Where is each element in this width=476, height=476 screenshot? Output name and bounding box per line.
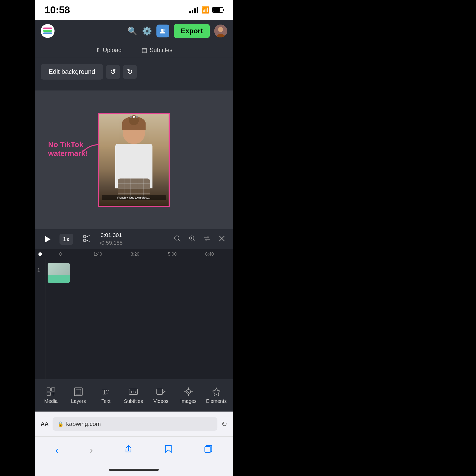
canvas-container: No TikTok watermark! xyxy=(35,90,233,229)
svg-point-3 xyxy=(161,29,164,31)
phone-container: 10:58 📶 🔍 ⚙️ xyxy=(35,0,233,476)
redo-icon: ↻ xyxy=(127,68,133,76)
subtitles-label: Subtitles xyxy=(124,398,143,404)
undo-icon: ↺ xyxy=(110,68,116,76)
edit-controls: Edit background ↺ ↻ xyxy=(41,64,227,80)
svg-line-28 xyxy=(193,239,195,241)
total-time: /0:59.185 xyxy=(100,239,123,247)
redo-button[interactable]: ↻ xyxy=(123,65,137,79)
svg-marker-43 xyxy=(163,390,165,393)
wifi-icon: 📶 xyxy=(201,6,209,14)
upload-label: Upload xyxy=(103,47,121,54)
elements-icon xyxy=(212,387,221,396)
logo-icon xyxy=(42,26,53,36)
play-button[interactable] xyxy=(41,233,54,246)
timeline-area: 1 xyxy=(35,259,233,379)
cut-button[interactable] xyxy=(79,233,94,246)
header-icons: 🔍 ⚙️ Export xyxy=(128,24,227,38)
ruler-mark-1: 1:40 xyxy=(79,252,116,257)
subtitles-label: Subtitles xyxy=(150,47,173,54)
ruler-mark-3: 5:00 xyxy=(154,252,191,257)
bookmarks-button[interactable] xyxy=(159,442,178,458)
svg-rect-2 xyxy=(43,32,52,34)
svg-point-19 xyxy=(83,239,86,242)
svg-rect-31 xyxy=(47,388,50,391)
layers-label: Layers xyxy=(71,398,86,404)
url-bar[interactable]: 🔒 kapwing.com xyxy=(53,417,217,431)
svg-point-45 xyxy=(188,391,189,392)
upload-button[interactable]: ⬆ Upload xyxy=(95,47,121,54)
signal-bars-icon xyxy=(189,6,198,13)
toolbar-item-images[interactable]: Images xyxy=(178,387,198,404)
playback-bar: 1x 0:01.301 /0:59.185 xyxy=(35,229,233,249)
images-icon xyxy=(184,387,193,396)
back-button[interactable]: ‹ xyxy=(50,442,63,459)
swap-button[interactable] xyxy=(202,233,212,245)
edit-area: Edit background ↺ ↻ xyxy=(35,58,233,90)
video-caption-text: French village town dress... xyxy=(102,195,166,200)
elements-label: Elements xyxy=(206,398,227,404)
track-clip-1[interactable] xyxy=(48,263,70,283)
forward-button[interactable]: › xyxy=(85,442,98,459)
avatar[interactable] xyxy=(214,25,227,37)
status-time: 10:58 xyxy=(45,4,70,16)
aa-text[interactable]: AA xyxy=(41,421,49,427)
app-header: 🔍 ⚙️ Export xyxy=(35,20,233,42)
svg-rect-42 xyxy=(157,389,163,394)
battery-icon xyxy=(212,7,223,13)
media-icon xyxy=(46,387,56,396)
images-label: Images xyxy=(180,398,197,404)
svg-text:T: T xyxy=(106,389,109,394)
logo[interactable] xyxy=(41,24,55,38)
refresh-button[interactable]: ↻ xyxy=(221,420,227,428)
toolbar-item-layers[interactable]: Layers xyxy=(68,387,88,404)
subtitles-button[interactable]: ▤ Subtitles xyxy=(142,47,173,54)
ruler-mark-4: 6:40 xyxy=(191,252,228,257)
ruler-mark-2: 3:20 xyxy=(116,252,153,257)
zoom-in-icon xyxy=(188,235,196,242)
settings-icon[interactable]: ⚙️ xyxy=(142,26,152,36)
play-icon xyxy=(43,235,52,244)
svg-rect-36 xyxy=(74,388,82,396)
svg-rect-1 xyxy=(43,30,52,32)
zoom-out-icon xyxy=(174,235,181,242)
toolbar-item-videos[interactable]: Videos xyxy=(151,387,171,404)
share-button[interactable] xyxy=(119,442,138,458)
videos-label: Videos xyxy=(153,398,169,404)
toolbar-item-subtitles[interactable]: CC Subtitles xyxy=(123,387,143,404)
toolbar-item-media[interactable]: Media xyxy=(41,387,61,404)
playhead-marker xyxy=(38,252,42,256)
dots-indicator xyxy=(130,116,138,118)
svg-rect-51 xyxy=(205,446,211,452)
undo-button[interactable]: ↺ xyxy=(106,65,120,79)
video-preview: French village town dress... xyxy=(98,113,170,207)
svg-point-44 xyxy=(186,389,191,394)
browser-bar: AA 🔒 kapwing.com ↻ xyxy=(35,412,233,436)
bookmarks-icon xyxy=(164,445,173,453)
search-icon[interactable]: 🔍 xyxy=(128,26,138,36)
text-icon: T T xyxy=(101,387,111,396)
close-icon xyxy=(218,235,226,242)
zoom-out-button[interactable] xyxy=(172,233,182,245)
toolbar-item-text[interactable]: T T Text xyxy=(96,387,116,404)
svg-rect-0 xyxy=(43,28,52,29)
tabs-button[interactable] xyxy=(199,442,218,458)
timeline-ruler: 0 1:40 3:20 5:00 6:40 xyxy=(35,249,233,259)
toolbar-item-elements[interactable]: Elements xyxy=(206,387,227,404)
tabs-icon xyxy=(204,445,213,453)
ruler-mark-0: 0 xyxy=(42,252,79,257)
zoom-in-button[interactable] xyxy=(187,233,197,245)
close-button[interactable] xyxy=(217,233,227,245)
layers-icon xyxy=(74,387,83,396)
add-user-button[interactable] xyxy=(156,25,169,37)
lock-icon: 🔒 xyxy=(58,421,64,427)
svg-line-20 xyxy=(86,236,89,237)
playback-tools xyxy=(172,233,227,245)
svg-rect-32 xyxy=(51,388,55,391)
edit-background-button[interactable]: Edit background xyxy=(41,64,103,80)
share-icon xyxy=(124,445,133,453)
track-number-1: 1 xyxy=(37,263,45,273)
svg-rect-33 xyxy=(47,392,50,396)
speed-button[interactable]: 1x xyxy=(60,234,73,245)
export-button[interactable]: Export xyxy=(174,24,210,38)
